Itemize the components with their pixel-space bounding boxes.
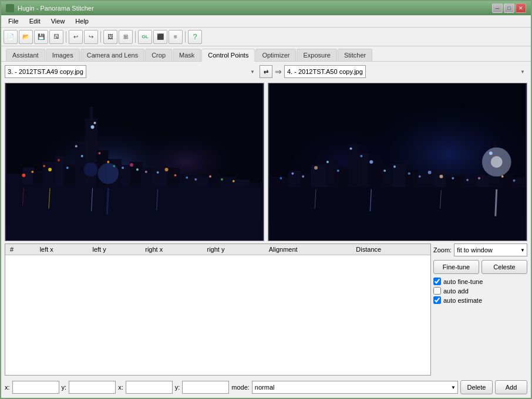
- tab-mask[interactable]: Mask: [173, 49, 201, 61]
- saveas-button[interactable]: 🖫: [49, 30, 63, 44]
- svg-point-52: [97, 163, 119, 184]
- svg-point-36: [94, 122, 96, 124]
- svg-point-100: [491, 156, 503, 168]
- bottom-bar: x: y: x: y: mode: normal line Delete Add: [5, 378, 527, 394]
- svg-point-96: [408, 173, 410, 175]
- col-header-right-y: right y: [203, 244, 264, 255]
- undo-button[interactable]: ↩: [69, 30, 83, 44]
- x-left-input[interactable]: [12, 381, 59, 394]
- y-left-label: y:: [62, 384, 67, 391]
- save-button[interactable]: 💾: [34, 30, 48, 44]
- mode-label: mode:: [231, 384, 250, 391]
- tab-bar: Assistant Images Camera and Lens Crop Ma…: [1, 46, 531, 62]
- table-and-controls: # left x left y right x right y Alignmen…: [5, 244, 527, 376]
- redo-button[interactable]: ↪: [84, 30, 98, 44]
- svg-point-91: [350, 147, 352, 150]
- menu-file[interactable]: File: [4, 16, 23, 26]
- menu-help[interactable]: Help: [70, 16, 93, 26]
- left-cityscape-svg: [5, 83, 264, 241]
- bottom-right-buttons: Delete Add: [460, 380, 527, 394]
- auto-estimate-checkbox-row[interactable]: auto estimate: [433, 296, 527, 304]
- col-header-left-x: left x: [35, 244, 88, 255]
- svg-point-92: [360, 155, 362, 157]
- mode-select[interactable]: normal line: [252, 381, 458, 394]
- menu-edit[interactable]: Edit: [25, 16, 45, 26]
- zoom-row: Zoom: fit to window 100% 75% 50% 25%: [433, 244, 527, 256]
- fine-tune-button[interactable]: Fine-tune: [433, 260, 479, 274]
- left-image-view[interactable]: [5, 83, 264, 241]
- auto-add-checkbox[interactable]: [433, 287, 441, 295]
- svg-point-30: [48, 168, 52, 171]
- add-images2-button[interactable]: ⊞: [119, 30, 133, 44]
- zoom-select[interactable]: fit to window 100% 75% 50% 25%: [454, 244, 527, 256]
- toolbar-sep-3: [135, 31, 136, 43]
- tab-images[interactable]: Images: [46, 49, 80, 61]
- left-image-select-wrapper: 3. - 2012TST.A49 copy.jpg: [5, 65, 257, 78]
- title-bar-left: Hugin - Panorama Stitcher: [6, 4, 94, 12]
- svg-point-38: [107, 161, 109, 163]
- control-points-table-container[interactable]: # left x left y right x right y Alignmen…: [5, 244, 431, 376]
- svg-point-45: [165, 168, 169, 171]
- menu-view[interactable]: View: [46, 16, 70, 26]
- control-points-table: # left x left y right x right y Alignmen…: [5, 244, 430, 255]
- auto-fine-tune-checkbox[interactable]: [433, 278, 441, 285]
- help-toolbar-button[interactable]: ?: [188, 30, 202, 44]
- svg-point-27: [22, 174, 25, 177]
- auto-add-checkbox-row[interactable]: auto add: [433, 287, 527, 295]
- svg-rect-26: [6, 185, 263, 241]
- svg-point-90: [337, 170, 339, 172]
- main-content: 3. - 2012TST.A49 copy.jpg ⇄ ⇒ 4. - 2012T…: [1, 62, 531, 398]
- svg-line-110: [496, 190, 497, 217]
- add-images-button[interactable]: 🖼: [103, 30, 117, 44]
- tab-stitcher[interactable]: Stitcher: [338, 49, 372, 61]
- svg-point-49: [209, 175, 211, 178]
- svg-point-34: [81, 155, 83, 157]
- image-selector-row: 3. - 2012TST.A49 copy.jpg ⇄ ⇒ 4. - 2012T…: [5, 65, 527, 78]
- tab-camera-lens[interactable]: Camera and Lens: [80, 49, 144, 61]
- svg-point-32: [66, 167, 69, 169]
- svg-point-28: [31, 171, 33, 173]
- window-controls: ─ □ ✕: [492, 4, 526, 13]
- right-image-select[interactable]: 4. - 2012TST.A50 copy.jpg: [284, 65, 366, 78]
- toolbar: 📄 📂 💾 🖫 ↩ ↪ 🖼 ⊞ GL ⬛ ≡ ?: [1, 28, 531, 46]
- svg-point-46: [174, 174, 176, 177]
- delete-button[interactable]: Delete: [460, 380, 493, 394]
- col-header-distance: Distance: [351, 244, 430, 255]
- add-button[interactable]: Add: [495, 380, 527, 394]
- new-button[interactable]: 📄: [4, 30, 18, 44]
- minimize-button[interactable]: ─: [492, 4, 503, 13]
- tab-optimizer[interactable]: Optimizer: [255, 49, 296, 61]
- open-button[interactable]: 📂: [19, 30, 33, 44]
- gl-view-button[interactable]: GL: [138, 30, 152, 44]
- svg-point-86: [291, 173, 294, 175]
- nona-button[interactable]: ≡: [169, 30, 183, 44]
- auto-fine-tune-checkbox-row[interactable]: auto fine-tune: [433, 278, 527, 285]
- svg-point-88: [314, 166, 318, 170]
- swap-images-button[interactable]: ⇄: [260, 65, 272, 78]
- svg-point-53: [84, 163, 98, 177]
- app-icon: [6, 4, 14, 12]
- panorama-button[interactable]: ⬛: [153, 30, 167, 44]
- title-bar: Hugin - Panorama Stitcher ─ □ ✕: [1, 1, 531, 15]
- svg-point-95: [393, 165, 396, 168]
- maximize-button[interactable]: □: [504, 4, 514, 13]
- close-button[interactable]: ✕: [516, 4, 526, 13]
- tab-exposure[interactable]: Exposure: [297, 49, 336, 61]
- arrow-icon: ⇒: [275, 67, 282, 76]
- left-image-select[interactable]: 3. - 2012TST.A49 copy.jpg: [5, 65, 86, 78]
- svg-point-48: [194, 178, 197, 181]
- tab-crop[interactable]: Crop: [145, 49, 172, 61]
- svg-point-103: [466, 179, 469, 181]
- y-right-input[interactable]: [182, 381, 229, 394]
- right-image-view[interactable]: [268, 83, 527, 241]
- svg-point-40: [122, 167, 124, 169]
- auto-estimate-checkbox[interactable]: [433, 296, 441, 304]
- celeste-button[interactable]: Celeste: [482, 260, 527, 274]
- mode-select-wrapper: normal line: [252, 381, 458, 394]
- x-right-input[interactable]: [126, 381, 173, 394]
- y-left-input[interactable]: [69, 381, 116, 394]
- svg-point-35: [91, 125, 95, 129]
- tab-assistant[interactable]: Assistant: [6, 49, 45, 61]
- tab-control-points[interactable]: Control Points: [201, 49, 255, 62]
- col-header-hash: #: [5, 244, 35, 255]
